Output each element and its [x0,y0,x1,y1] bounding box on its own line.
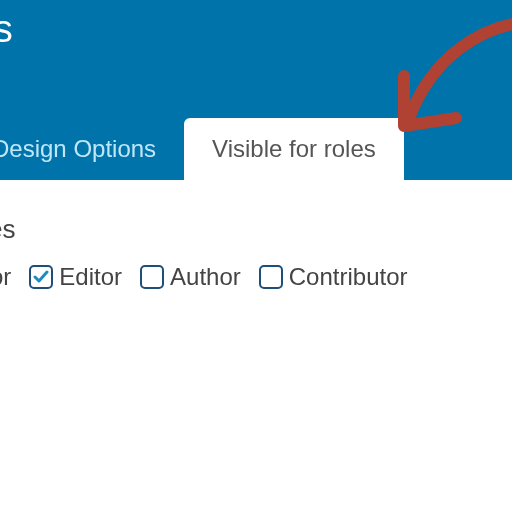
section-heading: es [0,214,512,245]
checkbox-editor[interactable] [29,265,53,289]
role-option-editor: Editor [29,263,122,291]
panel-visible-for-roles: es ator Editor Author Contributor [0,180,512,512]
tab-bar: Design Options Visible for roles [0,118,404,180]
role-option-author: Author [140,263,241,291]
tab-visible-for-roles[interactable]: Visible for roles [184,118,404,180]
check-icon [33,269,49,285]
role-checkbox-row: ator Editor Author Contributor [0,263,512,291]
tab-design-options[interactable]: Design Options [0,118,184,180]
role-label: ator [0,263,11,291]
tab-label: Visible for roles [212,135,376,163]
role-label: Contributor [289,263,408,291]
role-label: Author [170,263,241,291]
role-label: Editor [59,263,122,291]
settings-header: gs Design Options Visible for roles [0,0,512,180]
page-title: gs [0,0,512,51]
checkbox-author[interactable] [140,265,164,289]
tab-label: Design Options [0,135,156,163]
role-option-administrator: ator [0,263,11,291]
checkbox-contributor[interactable] [259,265,283,289]
role-option-contributor: Contributor [259,263,408,291]
